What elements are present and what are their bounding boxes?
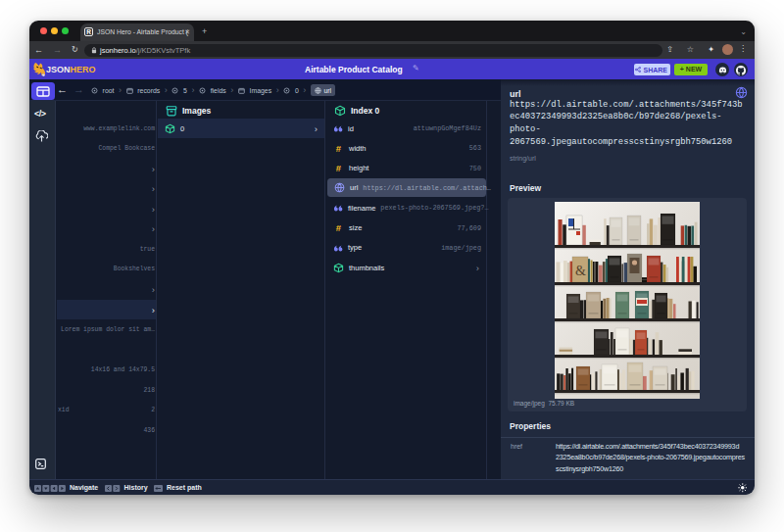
svg-text:&: & [575, 264, 586, 278]
